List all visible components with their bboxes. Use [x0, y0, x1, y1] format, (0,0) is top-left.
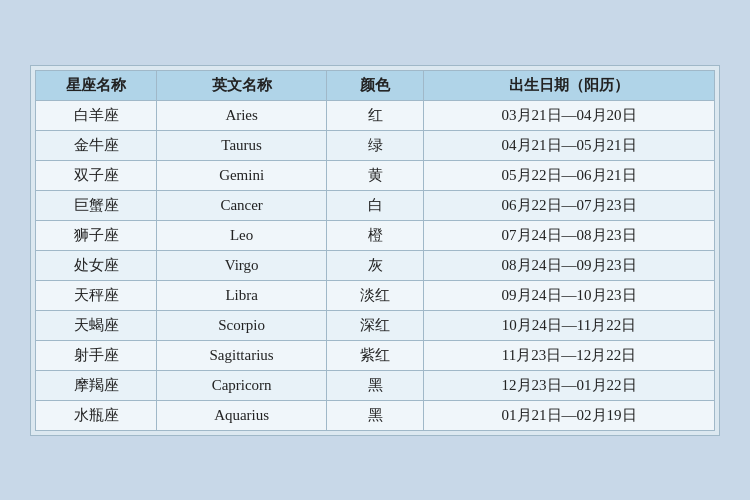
cell-english-name: Cancer — [157, 190, 327, 220]
cell-chinese-name: 摩羯座 — [36, 370, 157, 400]
cell-color: 灰 — [327, 250, 424, 280]
cell-dates: 10月24日—11月22日 — [424, 310, 715, 340]
header-dates: 出生日期（阳历） — [424, 70, 715, 100]
cell-chinese-name: 天秤座 — [36, 280, 157, 310]
table-row: 狮子座Leo橙07月24日—08月23日 — [36, 220, 715, 250]
cell-color: 深红 — [327, 310, 424, 340]
cell-english-name: Capricorn — [157, 370, 327, 400]
cell-english-name: Scorpio — [157, 310, 327, 340]
cell-chinese-name: 射手座 — [36, 340, 157, 370]
cell-dates: 01月21日—02月19日 — [424, 400, 715, 430]
cell-color: 黑 — [327, 370, 424, 400]
cell-english-name: Aries — [157, 100, 327, 130]
table-row: 射手座Sagittarius紫红11月23日—12月22日 — [36, 340, 715, 370]
cell-english-name: Virgo — [157, 250, 327, 280]
cell-chinese-name: 金牛座 — [36, 130, 157, 160]
cell-color: 橙 — [327, 220, 424, 250]
cell-english-name: Leo — [157, 220, 327, 250]
cell-english-name: Aquarius — [157, 400, 327, 430]
cell-dates: 11月23日—12月22日 — [424, 340, 715, 370]
cell-color: 黄 — [327, 160, 424, 190]
cell-dates: 09月24日—10月23日 — [424, 280, 715, 310]
header-english-name: 英文名称 — [157, 70, 327, 100]
cell-color: 绿 — [327, 130, 424, 160]
table-row: 巨蟹座Cancer白06月22日—07月23日 — [36, 190, 715, 220]
table-row: 金牛座Taurus绿04月21日—05月21日 — [36, 130, 715, 160]
cell-chinese-name: 水瓶座 — [36, 400, 157, 430]
cell-dates: 12月23日—01月22日 — [424, 370, 715, 400]
table-row: 天秤座Libra淡红09月24日—10月23日 — [36, 280, 715, 310]
cell-chinese-name: 巨蟹座 — [36, 190, 157, 220]
table-row: 白羊座Aries红03月21日—04月20日 — [36, 100, 715, 130]
cell-dates: 06月22日—07月23日 — [424, 190, 715, 220]
cell-color: 黑 — [327, 400, 424, 430]
cell-dates: 03月21日—04月20日 — [424, 100, 715, 130]
table-row: 天蝎座Scorpio深红10月24日—11月22日 — [36, 310, 715, 340]
table-row: 摩羯座Capricorn黑12月23日—01月22日 — [36, 370, 715, 400]
header-chinese-name: 星座名称 — [36, 70, 157, 100]
cell-chinese-name: 双子座 — [36, 160, 157, 190]
cell-dates: 05月22日—06月21日 — [424, 160, 715, 190]
table-row: 水瓶座Aquarius黑01月21日—02月19日 — [36, 400, 715, 430]
cell-english-name: Taurus — [157, 130, 327, 160]
cell-chinese-name: 白羊座 — [36, 100, 157, 130]
table-row: 处女座Virgo灰08月24日—09月23日 — [36, 250, 715, 280]
zodiac-table-container: 星座名称 英文名称 颜色 出生日期（阳历） 白羊座Aries红03月21日—04… — [30, 65, 720, 436]
cell-chinese-name: 狮子座 — [36, 220, 157, 250]
cell-color: 白 — [327, 190, 424, 220]
cell-color: 淡红 — [327, 280, 424, 310]
cell-english-name: Gemini — [157, 160, 327, 190]
header-color: 颜色 — [327, 70, 424, 100]
cell-english-name: Sagittarius — [157, 340, 327, 370]
cell-color: 紫红 — [327, 340, 424, 370]
cell-dates: 08月24日—09月23日 — [424, 250, 715, 280]
cell-dates: 04月21日—05月21日 — [424, 130, 715, 160]
table-row: 双子座Gemini黄05月22日—06月21日 — [36, 160, 715, 190]
cell-chinese-name: 天蝎座 — [36, 310, 157, 340]
cell-dates: 07月24日—08月23日 — [424, 220, 715, 250]
zodiac-table: 星座名称 英文名称 颜色 出生日期（阳历） 白羊座Aries红03月21日—04… — [35, 70, 715, 431]
cell-chinese-name: 处女座 — [36, 250, 157, 280]
cell-color: 红 — [327, 100, 424, 130]
table-header-row: 星座名称 英文名称 颜色 出生日期（阳历） — [36, 70, 715, 100]
cell-english-name: Libra — [157, 280, 327, 310]
